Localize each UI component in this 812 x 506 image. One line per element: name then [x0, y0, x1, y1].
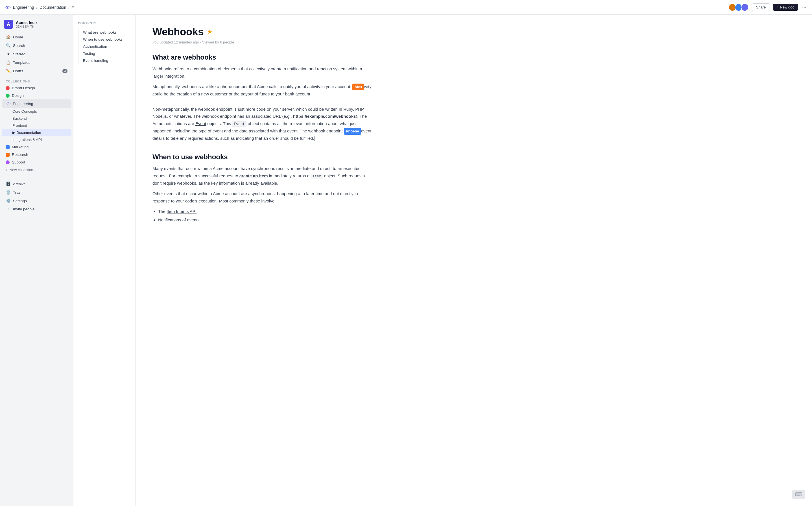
para-1: Webhooks refers to a combination of elem…	[153, 65, 373, 80]
toc-items: What are webhooks When to use webhooks A…	[78, 29, 131, 64]
collection-engineering[interactable]: </> Engineering ⊟ ···	[2, 99, 72, 108]
search-label: Search	[13, 44, 25, 48]
cursor-1	[312, 92, 312, 97]
breadcrumb-documentation[interactable]: Documentation	[39, 5, 66, 10]
sidebar-item-settings[interactable]: ⚙️ Settings	[2, 196, 72, 205]
sidebar-item-archive[interactable]: 🗄️ Archive	[2, 180, 72, 188]
collection-support[interactable]: Support	[2, 158, 72, 166]
avatar-group	[728, 3, 749, 11]
support-label: Support	[12, 160, 25, 164]
section-when-to-use: When to use webhooks	[153, 153, 373, 161]
avatar-3	[741, 3, 749, 11]
trash-icon: 🗑️	[6, 190, 11, 194]
cursor-2	[314, 137, 315, 141]
new-doc-button[interactable]: + New doc	[773, 4, 798, 11]
toc-item-testing[interactable]: Testing	[81, 50, 131, 57]
topbar: </> Engineering / Documentation / ≡ Shar…	[0, 0, 812, 15]
event-code: Event	[232, 121, 247, 127]
doc-star-icon[interactable]: ★	[207, 28, 212, 35]
design-dot	[6, 94, 10, 98]
sidebar-item-invite[interactable]: + Invite people...	[2, 205, 72, 213]
layout: A Acme, Inc ▾ JENN SMITH 🏠 Home 🔍 Search…	[0, 15, 812, 506]
sidebar-item-search[interactable]: 🔍 Search	[2, 41, 72, 50]
sidebar-nav: 🏠 Home 🔍 Search ★ Starred 📋 Templates ✏️…	[0, 31, 73, 76]
sidebar-item-starred[interactable]: ★ Starred	[2, 50, 72, 58]
toc-item-authentication[interactable]: Authentication	[81, 43, 131, 50]
engineering-code-icon: </>	[6, 102, 10, 106]
settings-label: Settings	[13, 199, 27, 203]
collection-research[interactable]: Research	[2, 151, 72, 158]
sidebar-item-home[interactable]: 🏠 Home	[2, 33, 72, 41]
sub-item-integrations[interactable]: Integrations & API	[2, 136, 72, 143]
brand-design-label: Brand Design	[12, 86, 35, 90]
new-collection-label: New collection...	[10, 168, 36, 172]
alex-highlight: Alex	[352, 84, 364, 90]
event-link[interactable]: Event	[195, 121, 206, 126]
collection-design[interactable]: Design	[2, 92, 72, 99]
archive-label: Archive	[13, 182, 26, 186]
engineering-more-button[interactable]: ···	[62, 101, 68, 106]
collections-label: COLLECTIONS	[0, 76, 73, 84]
keyboard-icon: ⌨	[792, 490, 805, 499]
sidebar-header: A Acme, Inc ▾ JENN SMITH	[0, 17, 73, 31]
url-text: https://example.com/webhooks	[293, 114, 356, 118]
topbar-code-icon: </>	[5, 5, 11, 10]
breadcrumb-engineering[interactable]: Engineering	[13, 5, 34, 10]
marketing-dot	[6, 145, 10, 149]
support-dot	[6, 160, 10, 164]
templates-label: Templates	[13, 61, 30, 65]
drafts-icon: ✏️	[6, 69, 11, 73]
home-label: Home	[13, 35, 23, 39]
toc: CONTENTS What are webhooks When to use w…	[73, 15, 136, 506]
more-button[interactable]: ···	[801, 3, 807, 11]
sidebar-item-trash[interactable]: 🗑️ Trash	[2, 188, 72, 196]
item-intents-api-link[interactable]: Item Intents API	[167, 209, 196, 214]
sidebar: A Acme, Inc ▾ JENN SMITH 🏠 Home 🔍 Search…	[0, 15, 73, 506]
new-collection-button[interactable]: + New collection...	[2, 166, 72, 174]
para-4: Many events that occur within a Acme acc…	[153, 165, 373, 187]
company-logo: A	[4, 20, 13, 29]
bullet-2: Notifications of events	[158, 216, 373, 224]
para-3: Non-metaphorically, the webhook endpoint…	[153, 106, 373, 142]
create-item-link[interactable]: create an item	[240, 173, 268, 178]
research-dot	[6, 153, 10, 157]
sidebar-item-templates[interactable]: 📋 Templates	[2, 58, 72, 67]
engineering-sort-button[interactable]: ⊟	[56, 101, 61, 106]
starred-label: Starred	[13, 52, 25, 56]
templates-icon: 📋	[6, 60, 11, 65]
sub-item-backend[interactable]: Backend	[2, 115, 72, 122]
para-2: Metaphorically, webhooks are like a phon…	[153, 83, 373, 98]
para-5: Other events that occur within a Acme ac…	[153, 190, 373, 204]
star-nav-icon: ★	[6, 52, 11, 56]
toc-item-what-are-webhooks[interactable]: What are webhooks	[81, 29, 131, 36]
bullet-1: The Item Intents API	[158, 208, 373, 215]
marketing-label: Marketing	[12, 145, 28, 149]
section-what-are-webhooks: What are webhooks	[153, 53, 373, 61]
hamburger-icon[interactable]: ≡	[72, 5, 74, 10]
doc-meta: You updated 12 minutes ago · Viewed by 6…	[153, 40, 373, 44]
engineering-label: Engineering	[13, 102, 54, 106]
dropdown-chevron[interactable]: ▾	[35, 21, 37, 24]
content-panel: CONTENTS What are webhooks When to use w…	[73, 15, 812, 506]
sub-item-frontend[interactable]: Frontend	[2, 122, 72, 129]
collection-marketing[interactable]: Marketing	[2, 143, 72, 151]
invite-icon: +	[6, 207, 11, 211]
sidebar-item-drafts[interactable]: ✏️ Drafts 3	[2, 67, 72, 75]
toc-item-event-handling[interactable]: Event handling	[81, 57, 131, 64]
sidebar-bottom: 🗄️ Archive 🗑️ Trash ⚙️ Settings + Invite…	[0, 178, 73, 214]
search-icon: 🔍	[6, 43, 11, 48]
research-label: Research	[12, 153, 28, 157]
phoebe-highlight: Phoebe	[344, 128, 361, 135]
sub-item-documentation[interactable]: ▶Documentation	[2, 129, 72, 136]
breadcrumb-sep-1: /	[36, 5, 37, 10]
doc-title-row: Webhooks ★	[153, 26, 373, 38]
sub-item-core-concepts[interactable]: Core Concepts	[2, 108, 72, 115]
collection-brand-design[interactable]: Brand Design	[2, 84, 72, 92]
drafts-badge: 3	[62, 69, 68, 73]
brand-design-dot	[6, 86, 10, 90]
toc-item-when-to-use[interactable]: When to use webhooks	[81, 36, 131, 43]
item-code: Item	[310, 174, 323, 179]
topbar-actions: Share + New doc ···	[728, 3, 807, 11]
share-button[interactable]: Share	[751, 3, 770, 11]
drafts-label: Drafts	[13, 69, 23, 73]
